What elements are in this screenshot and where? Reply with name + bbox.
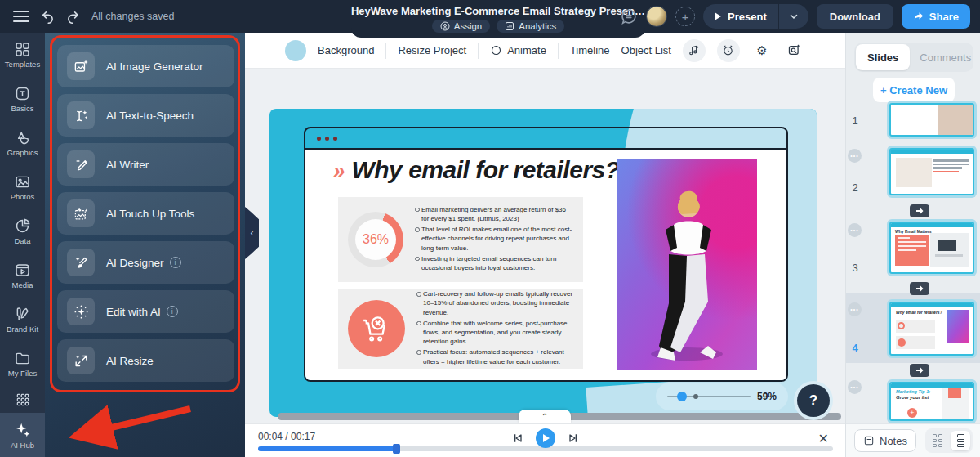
- sidebar-item-brand-kit[interactable]: Brand Kit: [0, 298, 45, 342]
- info-icon[interactable]: i: [170, 257, 181, 268]
- photos-icon: [14, 173, 31, 190]
- create-new-slide-button[interactable]: + Create New: [873, 78, 955, 102]
- alarm-clock-icon: [722, 44, 734, 56]
- add-music-button[interactable]: [683, 39, 706, 62]
- assign-button[interactable]: Assign: [432, 20, 491, 33]
- ai-item-label: AI Touch Up Tools: [106, 208, 194, 220]
- preview-search-icon[interactable]: [784, 40, 805, 61]
- thumb-browser-bar: [891, 303, 973, 307]
- ai-item-label: AI Writer: [106, 159, 149, 171]
- playback-bar: 00:04 / 00:17 ✕: [245, 423, 845, 457]
- slide-number: 2: [849, 181, 861, 194]
- slide-thumbnail-1[interactable]: [887, 101, 977, 139]
- transition-arrow-icon: [915, 285, 924, 293]
- sidebar-item-basics[interactable]: Basics: [0, 77, 45, 121]
- share-arrow-icon: [913, 11, 924, 22]
- avatar[interactable]: [646, 6, 667, 27]
- transition-button[interactable]: [910, 364, 929, 377]
- download-button[interactable]: Download: [817, 4, 893, 29]
- transition-button[interactable]: [910, 204, 929, 217]
- timeline-button[interactable]: Timeline: [570, 44, 610, 56]
- ai-item-label: AI Image Generator: [106, 60, 203, 73]
- view-toggle-group: [925, 428, 973, 453]
- ai-writer-button[interactable]: AI Writer: [57, 143, 234, 186]
- slide-options-icon[interactable]: •••: [848, 223, 862, 237]
- share-button[interactable]: Share: [902, 4, 970, 29]
- sidebar-item-templates[interactable]: Templates: [0, 33, 45, 77]
- bullet: Cart-recovery and follow-up emails typic…: [416, 289, 573, 317]
- thumb4-card: [896, 336, 935, 349]
- right-panel: Slides Comments + Create New 1 ••• 2 •••…: [845, 33, 980, 457]
- slide-content: » Why email for retailers? 36% Email mar…: [305, 150, 786, 380]
- play-button[interactable]: [536, 428, 555, 448]
- grid-view-button[interactable]: [928, 431, 947, 450]
- ai-designer-button[interactable]: AI Designeri: [57, 241, 234, 284]
- edit-with-ai-button[interactable]: Edit with AIi: [57, 290, 234, 333]
- skip-to-start-button[interactable]: [511, 432, 524, 445]
- thumb5-title-line2: Grow your list: [896, 395, 929, 400]
- ai-image-generator-button[interactable]: AI Image Generator: [57, 45, 234, 87]
- model-photo[interactable]: [617, 159, 757, 370]
- undo-icon[interactable]: [41, 10, 55, 24]
- list-view-button[interactable]: [951, 431, 970, 450]
- object-list-button[interactable]: Object List: [621, 44, 671, 56]
- analytics-button[interactable]: Analytics: [497, 20, 564, 33]
- document-title[interactable]: HeyWave Marketing E-Commerce Email Strat…: [351, 5, 645, 17]
- slide-number: 3: [849, 262, 861, 274]
- slide-thumbnail-5[interactable]: Marketing Tip 1: Grow your list +: [887, 379, 977, 423]
- background-button[interactable]: Background: [318, 44, 374, 56]
- menu-icon[interactable]: [13, 7, 29, 25]
- slide-options-icon[interactable]: •••: [848, 380, 862, 394]
- ai-item-label: AI Resize: [106, 355, 154, 367]
- sidebar-item-graphics[interactable]: Graphics: [0, 121, 45, 165]
- slide-thumbnail-4-selected[interactable]: Why email for retailers?: [887, 299, 977, 358]
- bullet: That level of ROI makes email one of the…: [415, 225, 573, 253]
- stat-card[interactable]: 36% Email marketing delivers an average …: [338, 197, 583, 282]
- ai-hub-label: AI Hub: [11, 441, 34, 450]
- animate-button[interactable]: Animate: [490, 44, 546, 56]
- skip-to-end-button[interactable]: [567, 432, 580, 445]
- slide-canvas[interactable]: » Why email for retailers? 36% Email mar…: [270, 109, 817, 417]
- tab-slides[interactable]: Slides: [856, 44, 910, 70]
- more-apps-icon[interactable]: [0, 386, 45, 414]
- transition-button[interactable]: [910, 282, 929, 295]
- sidebar-item-data[interactable]: Data: [0, 209, 45, 253]
- transition-arrow-icon: [915, 207, 924, 215]
- notes-button[interactable]: Notes: [854, 429, 916, 452]
- slide-thumbnail-2[interactable]: [887, 146, 977, 198]
- timeline-collapse-tab[interactable]: ⌃: [519, 410, 571, 423]
- timer-button[interactable]: [717, 39, 740, 62]
- zoom-slider[interactable]: [667, 396, 751, 397]
- notes-icon: [863, 435, 875, 446]
- present-button[interactable]: Present: [703, 11, 778, 23]
- sidebar-item-photos[interactable]: Photos: [0, 165, 45, 209]
- transition-arrow-icon: [915, 366, 924, 374]
- red-annotation-arrow: [69, 399, 200, 453]
- info-icon[interactable]: i: [167, 306, 178, 317]
- slide-browser-frame[interactable]: » Why email for retailers? 36% Email mar…: [304, 127, 788, 382]
- resize-project-button[interactable]: Resize Project: [398, 44, 466, 56]
- help-button[interactable]: ?: [797, 384, 830, 417]
- settings-gear-icon[interactable]: ⚙: [751, 40, 773, 61]
- close-timeline-button[interactable]: ✕: [818, 431, 829, 446]
- slide-title[interactable]: Why email for retailers?: [351, 156, 619, 184]
- present-dropdown-button[interactable]: [778, 4, 808, 29]
- ai-resize-button[interactable]: AI Resize: [57, 339, 234, 382]
- slide-thumbnail-3[interactable]: Why Email Matters: [887, 219, 977, 276]
- slide-options-icon[interactable]: •••: [848, 302, 862, 316]
- redo-icon[interactable]: [66, 10, 80, 24]
- sidebar-item-media[interactable]: Media: [0, 253, 45, 298]
- add-collaborator-button[interactable]: +: [675, 7, 695, 26]
- sidebar-item-ai-hub[interactable]: AI Hub: [0, 413, 45, 457]
- thumb3-title: Why Email Matters: [895, 229, 931, 234]
- comments-icon[interactable]: [620, 7, 638, 25]
- sidebar-item-my-files[interactable]: My Files: [0, 342, 45, 386]
- slide-options-icon[interactable]: •••: [848, 149, 862, 163]
- canvas-area: » Why email for retailers? 36% Email mar…: [245, 69, 845, 423]
- ai-touch-up-tools-button[interactable]: AI Touch Up Tools: [57, 192, 234, 235]
- tab-comments[interactable]: Comments: [910, 52, 980, 64]
- ai-text-to-speech-button[interactable]: AI Text-to-Speech: [57, 94, 234, 137]
- cart-card[interactable]: Cart-recovery and follow-up emails typic…: [338, 289, 583, 369]
- zoom-slider-knob[interactable]: [677, 392, 687, 401]
- background-color-swatch[interactable]: [285, 40, 306, 61]
